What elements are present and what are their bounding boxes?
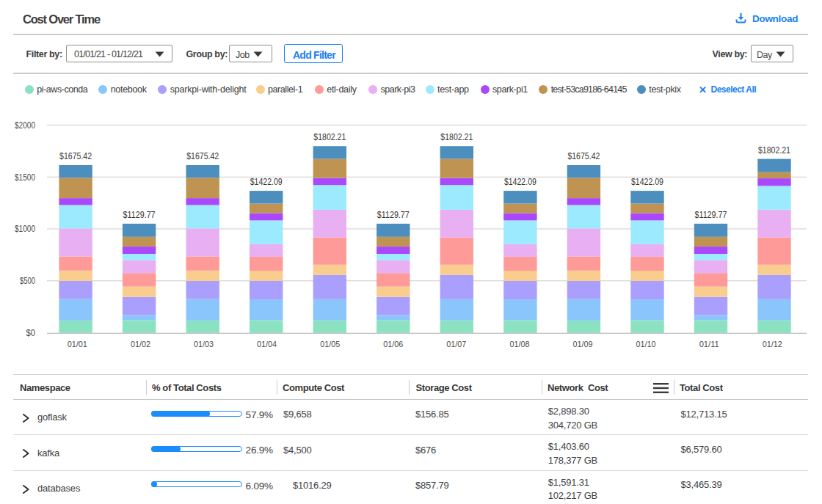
svg-text:$2000: $2000 [15, 120, 35, 131]
svg-text:$1422.09: $1422.09 [250, 177, 283, 187]
svg-text:$1129.77: $1129.77 [123, 210, 156, 220]
svg-text:$500: $500 [20, 276, 35, 286]
svg-text:$1802.21: $1802.21 [313, 132, 346, 142]
svg-text:$1129.77: $1129.77 [695, 210, 727, 220]
svg-text:01/08: 01/08 [509, 340, 529, 348]
svg-text:$1000: $1000 [15, 224, 35, 234]
svg-text:$1422.09: $1422.09 [631, 177, 663, 187]
svg-text:01/07: 01/07 [446, 340, 466, 348]
svg-text:01/02: 01/02 [131, 340, 150, 348]
svg-text:$1129.77: $1129.77 [377, 210, 410, 220]
svg-text:01/06: 01/06 [383, 340, 403, 348]
svg-text:$1422.09: $1422.09 [504, 177, 537, 187]
svg-text:$1802.21: $1802.21 [758, 145, 790, 156]
svg-text:$1675.42: $1675.42 [186, 151, 219, 161]
svg-text:$1500: $1500 [15, 172, 35, 183]
svg-text:01/01: 01/01 [68, 340, 87, 348]
svg-text:01/11: 01/11 [699, 340, 719, 348]
svg-text:$1675.42: $1675.42 [59, 151, 92, 161]
svg-text:01/10: 01/10 [636, 340, 656, 348]
svg-text:01/03: 01/03 [194, 340, 214, 348]
svg-text:01/09: 01/09 [573, 340, 593, 348]
svg-text:01/12: 01/12 [763, 340, 782, 348]
svg-text:01/05: 01/05 [320, 340, 340, 348]
svg-text:$1675.42: $1675.42 [567, 151, 600, 161]
svg-text:$0: $0 [26, 328, 35, 338]
svg-text:$1802.21: $1802.21 [440, 132, 473, 142]
svg-text:01/04: 01/04 [257, 340, 277, 348]
